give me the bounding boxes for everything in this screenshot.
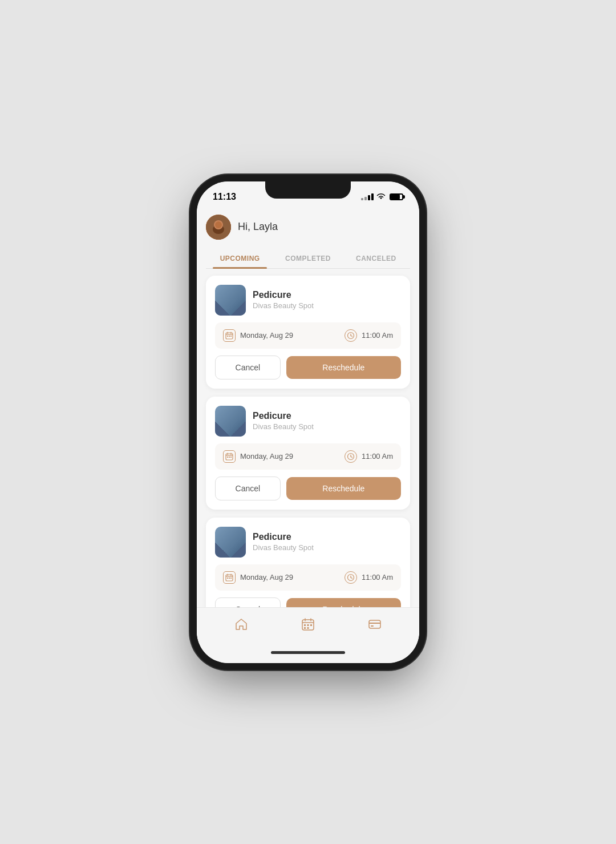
calendar-icon [223, 571, 236, 584]
reschedule-button[interactable]: Reschedule [286, 477, 401, 500]
reschedule-button[interactable]: Reschedule [286, 598, 401, 607]
date-text: Monday, Aug 29 [240, 573, 293, 581]
nav-home[interactable] [222, 615, 260, 634]
datetime-row: Monday, Aug 29 11:00 Am [215, 443, 401, 470]
card-header: Pedicure Divas Beauty Spot [215, 285, 401, 316]
svg-rect-9 [229, 336, 230, 337]
date-text: Monday, Aug 29 [240, 452, 293, 461]
datetime-row: Monday, Aug 29 11:00 Am [215, 322, 401, 349]
svg-rect-18 [227, 457, 228, 458]
service-location: Divas Beauty Spot [253, 301, 314, 310]
service-info: Pedicure Divas Beauty Spot [253, 290, 314, 310]
clock-icon [345, 329, 357, 342]
service-location: Divas Beauty Spot [253, 422, 314, 431]
appointments-list: Pedicure Divas Beauty Spot [206, 276, 410, 607]
svg-rect-8 [227, 336, 228, 337]
service-name: Pedicure [253, 290, 314, 300]
svg-rect-39 [307, 624, 309, 626]
avatar [206, 215, 231, 240]
service-name: Pedicure [253, 532, 314, 542]
svg-rect-40 [310, 624, 312, 626]
datetime-row: Monday, Aug 29 11:00 Am [215, 564, 401, 591]
cancel-button[interactable]: Cancel [215, 356, 281, 379]
calendar-icon [223, 450, 236, 463]
appointment-card: Pedicure Divas Beauty Spot [206, 276, 410, 389]
svg-rect-42 [307, 627, 309, 629]
screen: 11:13 [197, 181, 419, 663]
actions-row: Cancel Reschedule [215, 356, 401, 379]
notch [265, 181, 351, 199]
card-header: Pedicure Divas Beauty Spot [215, 406, 401, 437]
actions-row: Cancel Reschedule [215, 597, 401, 607]
time-text: 11:00 Am [362, 331, 393, 340]
date-text: Monday, Aug 29 [240, 331, 293, 340]
service-image [215, 285, 246, 316]
time-text: 11:00 Am [362, 452, 393, 461]
bottom-nav [197, 607, 419, 651]
status-time: 11:13 [213, 192, 236, 202]
tab-completed[interactable]: COMPLETED [274, 249, 342, 268]
battery-icon [390, 193, 403, 200]
svg-rect-19 [229, 457, 230, 458]
svg-line-13 [351, 336, 352, 337]
svg-rect-43 [369, 620, 380, 628]
calendar-icon [223, 329, 236, 342]
svg-rect-20 [230, 457, 232, 458]
service-name: Pedicure [253, 411, 314, 421]
date-part: Monday, Aug 29 [223, 450, 293, 463]
wifi-icon [376, 192, 386, 201]
home-icon [234, 617, 249, 632]
actions-row: Cancel Reschedule [215, 476, 401, 500]
appointment-card: Pedicure Divas Beauty Spot [206, 518, 410, 607]
svg-rect-10 [230, 336, 232, 337]
service-info: Pedicure Divas Beauty Spot [253, 411, 314, 431]
main-content: Hi, Layla UPCOMING COMPLETED CANCELED [197, 207, 419, 607]
reschedule-button[interactable]: Reschedule [286, 356, 401, 379]
appointment-card: Pedicure Divas Beauty Spot [206, 397, 410, 510]
phone-shell: 11:13 [197, 181, 419, 663]
nav-calendar[interactable] [289, 615, 327, 634]
svg-rect-29 [229, 578, 230, 579]
service-image [215, 406, 246, 437]
clock-icon [345, 571, 357, 584]
tab-canceled[interactable]: CANCELED [342, 249, 410, 268]
service-info: Pedicure Divas Beauty Spot [253, 532, 314, 552]
svg-line-23 [351, 457, 352, 458]
svg-point-3 [215, 221, 222, 228]
date-part: Monday, Aug 29 [223, 329, 293, 342]
time-part: 11:00 Am [345, 571, 393, 584]
service-image [215, 527, 246, 558]
time-part: 11:00 Am [345, 450, 393, 463]
status-icons [361, 192, 403, 201]
signal-icon [361, 193, 374, 200]
nav-card[interactable] [356, 615, 394, 634]
svg-rect-30 [230, 578, 232, 579]
time-text: 11:00 Am [362, 573, 393, 581]
avatar-face [206, 215, 231, 240]
tabs: UPCOMING COMPLETED CANCELED [206, 249, 410, 269]
svg-rect-45 [371, 625, 374, 627]
svg-line-33 [351, 578, 352, 579]
date-part: Monday, Aug 29 [223, 571, 293, 584]
home-indicator [271, 651, 345, 654]
header: Hi, Layla [206, 212, 410, 242]
service-location: Divas Beauty Spot [253, 543, 314, 552]
tab-upcoming[interactable]: UPCOMING [206, 249, 274, 268]
svg-rect-41 [304, 627, 306, 629]
card-icon [367, 617, 382, 632]
card-header: Pedicure Divas Beauty Spot [215, 527, 401, 558]
calendar-nav-icon [301, 617, 315, 632]
cancel-button[interactable]: Cancel [215, 476, 281, 500]
time-part: 11:00 Am [345, 329, 393, 342]
svg-rect-38 [304, 624, 306, 626]
svg-rect-28 [227, 578, 228, 579]
cancel-button[interactable]: Cancel [215, 597, 281, 607]
clock-icon [345, 450, 357, 463]
greeting-text: Hi, Layla [238, 221, 278, 233]
